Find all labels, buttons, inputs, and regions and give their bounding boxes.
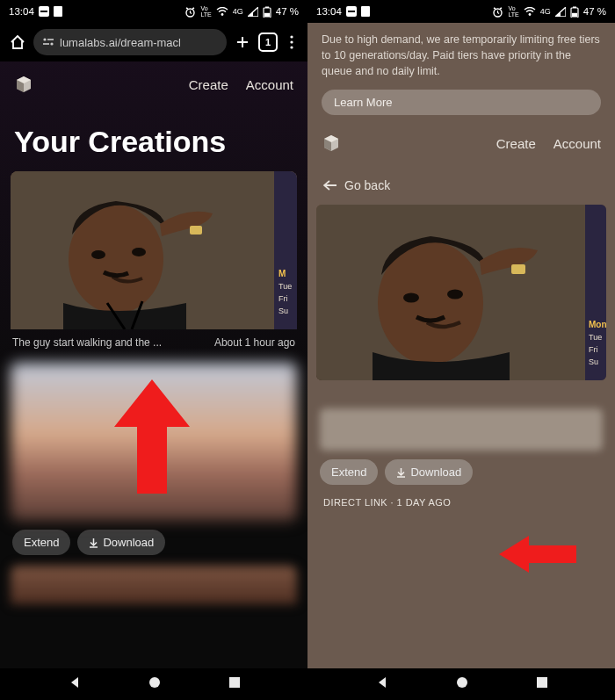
svg-point-25: [149, 677, 160, 688]
status-bar: 13:04 VoLTE 4G 47 %: [308, 0, 615, 23]
svg-point-14: [290, 46, 293, 48]
status-battery: 47 %: [276, 6, 299, 17]
svg-text:Su: Su: [279, 307, 288, 315]
nav-recent-icon[interactable]: [228, 676, 241, 692]
creation-time: About 1 hour ago: [214, 336, 295, 349]
wifi-icon: [524, 7, 536, 17]
detail-meta: DIRECT LINK · 1 DAY AGO: [308, 487, 615, 518]
battery-icon: [570, 6, 579, 18]
svg-rect-7: [264, 12, 270, 16]
svg-rect-9: [47, 39, 54, 40]
svg-text:Tue: Tue: [279, 282, 292, 291]
svg-rect-33: [573, 6, 576, 8]
svg-rect-2: [54, 6, 62, 17]
svg-rect-40: [511, 264, 525, 274]
nav-home-icon[interactable]: [456, 676, 468, 692]
status-time: 13:04: [316, 6, 342, 17]
download-button[interactable]: Download: [385, 459, 473, 485]
arrow-left-icon: [323, 180, 337, 191]
alarm-icon: [492, 6, 503, 18]
creation-card-blurred[interactable]: [11, 363, 297, 521]
svg-rect-1: [40, 11, 47, 12]
signal-icon: [555, 7, 566, 17]
svg-point-13: [290, 40, 293, 43]
annotation-arrow-left: [499, 532, 576, 576]
nav-create[interactable]: Create: [496, 136, 536, 151]
svg-point-8: [43, 38, 46, 40]
svg-text:Tue: Tue: [589, 333, 602, 342]
svg-point-10: [50, 42, 53, 45]
nav-back-icon[interactable]: [68, 675, 82, 693]
screenshot-right: 13:04 VoLTE 4G 47 % Due to high demand, …: [308, 0, 615, 700]
svg-rect-28: [348, 11, 355, 12]
extend-button[interactable]: Extend: [12, 530, 70, 555]
signal-icon: [248, 7, 258, 17]
svg-rect-11: [43, 43, 49, 45]
learn-more-button[interactable]: Learn More: [322, 90, 601, 115]
go-back-label: Go back: [344, 178, 390, 192]
browser-toolbar: lumalabs.ai/dream-macl 1: [0, 23, 308, 61]
volte-icon: VoLTE: [200, 5, 211, 18]
wifi-icon: [216, 7, 228, 17]
dnd-icon: [39, 6, 49, 17]
svg-rect-46: [537, 677, 547, 688]
svg-text:M: M: [279, 269, 286, 278]
android-nav-bar: [308, 668, 615, 700]
svg-text:Mon: Mon: [589, 320, 606, 329]
notice-banner: Due to high demand, we are temporarily l…: [308, 23, 615, 83]
tab-count[interactable]: 1: [258, 32, 278, 52]
media-icon: [361, 6, 370, 17]
creation-card-blurred-2[interactable]: [11, 566, 297, 604]
svg-text:Su: Su: [589, 357, 598, 366]
status-bar: 13:04 VoLTE 4G 47 %: [0, 0, 308, 23]
nav-home-icon[interactable]: [148, 676, 161, 692]
download-button[interactable]: Download: [77, 530, 165, 555]
volte-icon: VoLTE: [508, 5, 518, 18]
home-icon[interactable]: [9, 33, 26, 51]
svg-point-18: [91, 250, 105, 259]
battery-icon: [263, 6, 271, 18]
url-text: lumalabs.ai/dream-macl: [60, 36, 181, 49]
svg-point-39: [447, 290, 463, 299]
screenshot-left: 13:04 VoLTE 4G 47 % lumalabs.ai/dream-ma…: [0, 0, 308, 700]
status-time: 13:04: [9, 6, 34, 17]
app-header: Create Account: [308, 120, 615, 166]
svg-rect-29: [361, 6, 370, 17]
extend-button[interactable]: Extend: [320, 459, 378, 485]
svg-text:Fri: Fri: [589, 345, 598, 354]
media-icon: [54, 6, 62, 17]
app-header: Create Account: [0, 61, 308, 107]
luma-logo-icon[interactable]: [322, 134, 341, 153]
svg-rect-16: [274, 171, 297, 329]
android-nav-bar: [0, 668, 308, 700]
svg-point-38: [403, 293, 419, 303]
nav-account[interactable]: Account: [246, 77, 293, 92]
svg-rect-34: [572, 12, 577, 16]
luma-logo-icon[interactable]: [14, 75, 33, 94]
creation-card[interactable]: M Tue Fri Su The guy start walking and t…: [11, 171, 297, 354]
go-back-link[interactable]: Go back: [308, 166, 615, 199]
status-battery: 47 %: [583, 6, 606, 17]
alarm-icon: [184, 6, 196, 18]
creation-thumbnail: M Tue Fri Su: [11, 171, 297, 329]
status-network: 4G: [233, 7, 243, 16]
svg-rect-26: [229, 677, 240, 688]
creation-caption: The guy start walking and the ...: [12, 336, 162, 349]
svg-rect-6: [265, 6, 269, 8]
prompt-text-blurred: [320, 408, 603, 451]
dnd-icon: [346, 6, 357, 17]
nav-account[interactable]: Account: [554, 136, 601, 151]
url-bar[interactable]: lumalabs.ai/dream-macl: [33, 29, 227, 55]
nav-recent-icon[interactable]: [536, 676, 548, 692]
page-title: Your Creations: [0, 107, 308, 171]
svg-text:Fri: Fri: [279, 294, 288, 303]
overflow-menu-icon[interactable]: [285, 34, 299, 50]
svg-point-31: [528, 13, 531, 16]
new-tab-icon[interactable]: [234, 33, 251, 51]
svg-rect-36: [585, 205, 606, 380]
detail-thumbnail[interactable]: Mon Tue Fri Su: [316, 205, 606, 380]
svg-point-4: [221, 13, 223, 16]
nav-create[interactable]: Create: [189, 77, 228, 92]
status-network: 4G: [540, 7, 551, 16]
nav-back-icon[interactable]: [375, 675, 389, 693]
